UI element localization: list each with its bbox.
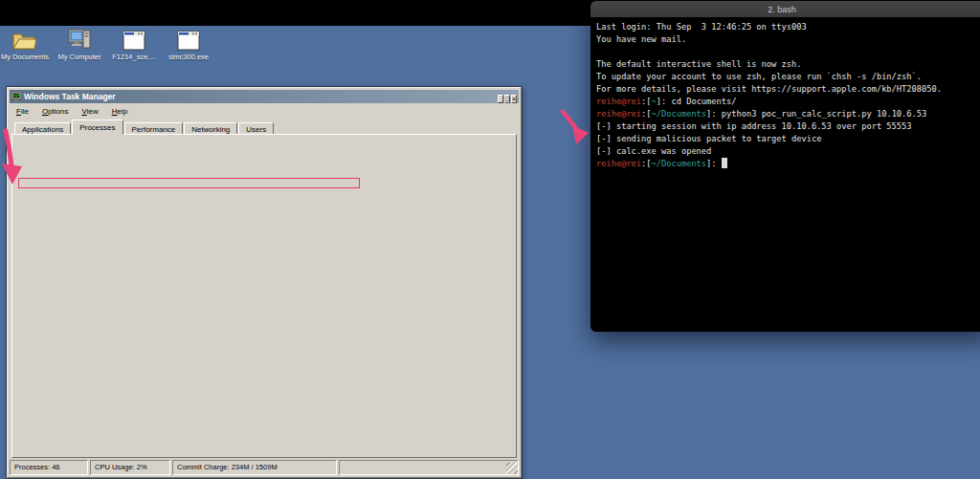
window-icon xyxy=(120,28,148,51)
terminal-text-segment: To update your account to use zsh, pleas… xyxy=(596,72,922,81)
terminal-text-segment: python3 poc_run_calc_script.py 10.10.6.5… xyxy=(722,109,926,119)
terminal-text-segment: :[ xyxy=(641,109,651,119)
terminal-line: You have new mail. xyxy=(596,33,980,46)
terminal-text-segment: ~/Documents xyxy=(652,159,707,168)
desktop-icon-my-computer[interactable]: My Computer xyxy=(54,28,105,68)
terminal-window: 2. bash Last login: Thu Sep 3 12:46:25 o… xyxy=(590,1,980,332)
status-segment-0: Processes: 46 xyxy=(10,460,88,475)
terminal-line: reihe@rei:[~/Documents]: python3 poc_run… xyxy=(596,108,980,120)
terminal-line: [-] sending malicious packet to target d… xyxy=(596,133,980,145)
terminal-cursor xyxy=(722,158,727,168)
terminal-text-segment: For more details, please visit https://s… xyxy=(596,84,942,94)
terminal-text-segment: cd Documents/ xyxy=(671,97,736,106)
desktop-icon-my-documents[interactable]: My Documents xyxy=(0,28,50,68)
tab-processes[interactable]: Processes xyxy=(72,120,122,135)
terminal-line: [-] starting session with ip address 10.… xyxy=(596,120,980,133)
folder-icon xyxy=(11,28,39,51)
minimize-button[interactable]: _ xyxy=(498,95,503,103)
terminal-text-segment: ]: xyxy=(706,159,722,168)
terminal-line: reihe@rei:[~]: cd Documents/ xyxy=(596,96,980,108)
menu-help[interactable]: Help xyxy=(106,107,133,116)
maximize-button[interactable]: □ xyxy=(504,95,510,103)
terminal-text-segment: ]: xyxy=(706,109,722,119)
tab-strip: ApplicationsProcessesPerformanceNetworki… xyxy=(14,120,514,135)
menu-options[interactable]: Options xyxy=(36,107,75,116)
window-icon xyxy=(174,28,203,51)
terminal-text-segment: You have new mail. xyxy=(596,34,686,44)
desktop-icon-label: My Computer xyxy=(57,53,100,61)
terminal-line: To update your account to use zsh, pleas… xyxy=(596,71,980,83)
terminal-text-segment: reihe@rei xyxy=(596,97,641,106)
terminal-text-segment: [-] sending malicious packet to target d… xyxy=(596,134,821,143)
resize-grip[interactable] xyxy=(506,463,518,474)
computer-icon xyxy=(65,28,94,51)
menu-bar: FileOptionsViewHelp xyxy=(11,105,518,117)
terminal-text-segment: reihe@rei xyxy=(596,109,641,119)
task-manager-titlebar[interactable]: Windows Task Manager _□× xyxy=(10,90,519,103)
screenshot-stage: My DocumentsMy ComputerF1214_sce....simc… xyxy=(0,0,980,479)
task-manager-window: Windows Task Manager _□× FileOptionsView… xyxy=(6,86,523,479)
terminal-text-segment: :[ xyxy=(641,97,651,106)
tab-page-frame xyxy=(11,134,517,458)
terminal-text-segment: Last login: Thu Sep 3 12:46:25 on ttys00… xyxy=(596,22,807,32)
terminal-text-segment: [-] calc.exe was opened xyxy=(596,146,711,156)
terminal-line: Last login: Thu Sep 3 12:46:25 on ttys00… xyxy=(596,21,980,33)
menu-view[interactable]: View xyxy=(77,107,104,116)
terminal-output[interactable]: Last login: Thu Sep 3 12:46:25 on ttys00… xyxy=(590,18,980,170)
status-bar: Processes: 46CPU Usage: 2%Commit Charge:… xyxy=(10,460,519,475)
terminal-line: [-] calc.exe was opened xyxy=(596,145,980,158)
terminal-text-segment: ~/Documents xyxy=(652,109,707,119)
desktop-icon-f1214-sce[interactable]: F1214_sce.... xyxy=(107,28,161,68)
desktop-icon-label: F1214_sce.... xyxy=(112,53,155,61)
task-manager-icon xyxy=(11,92,21,101)
desktop-icon-simc300[interactable]: simc300.exe xyxy=(162,28,215,68)
status-segment-2: Commit Charge: 234M / 1509M xyxy=(172,460,337,475)
terminal-title: 2. bash xyxy=(590,5,973,14)
terminal-text-segment: [-] starting session with ip address 10.… xyxy=(596,121,912,131)
terminal-line: For more details, please visit https://s… xyxy=(596,83,980,96)
status-segment-filler xyxy=(339,460,519,475)
window-controls: _□× xyxy=(497,88,517,105)
terminal-line: reihe@rei:[~/Documents]: xyxy=(596,158,980,170)
terminal-titlebar[interactable]: 2. bash xyxy=(590,1,980,18)
menu-file[interactable]: File xyxy=(11,107,34,116)
desktop-icon-label: My Documents xyxy=(1,53,49,61)
terminal-text-segment: :[ xyxy=(641,159,651,168)
desktop-icon-label: simc300.exe xyxy=(168,53,209,61)
terminal-text-segment: The default interactive shell is now zsh… xyxy=(596,59,801,69)
close-button[interactable]: × xyxy=(511,95,517,103)
terminal-text-segment: reihe@rei xyxy=(596,159,641,168)
terminal-text-segment: ]: xyxy=(657,97,672,106)
terminal-line xyxy=(596,46,980,58)
status-segment-1: CPU Usage: 2% xyxy=(90,460,170,475)
terminal-line: The default interactive shell is now zsh… xyxy=(596,58,980,71)
window-title: Windows Task Manager xyxy=(24,92,497,101)
